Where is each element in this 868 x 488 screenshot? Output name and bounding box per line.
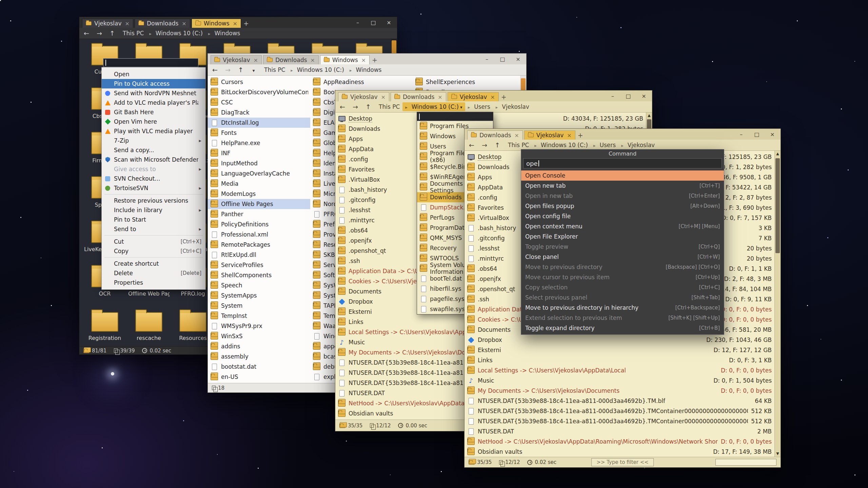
breadcrumb-segment[interactable]: This PC — [261, 65, 288, 74]
breadcrumb-segment[interactable]: Windows — [347, 65, 384, 74]
tab-close-icon[interactable] — [490, 94, 495, 100]
minimize-button[interactable] — [484, 56, 490, 62]
new-tab-button[interactable] — [241, 19, 251, 28]
history-dropdown-icon[interactable] — [250, 66, 257, 74]
titlebar[interactable]: Vjekoslav Downloads Windows — [79, 17, 397, 28]
command-item[interactable]: Open context menu [Ctrl+M] [Menu] — [521, 221, 724, 231]
context-menu-item[interactable]: Pin to Start — [102, 215, 205, 224]
tab[interactable]: Downloads — [135, 19, 190, 28]
file-row[interactable]: NTUSER.DAT{53b39e88-18c4-11ea-a811-000d3… — [465, 396, 781, 406]
filter-input-box[interactable] — [715, 459, 776, 466]
context-menu-item[interactable]: Send to ▸ — [102, 224, 205, 234]
file-row[interactable]: My Documents -> C:\Users\Vjekoslav\Docum… — [465, 386, 781, 396]
close-button[interactable] — [515, 56, 521, 62]
context-menu-item[interactable]: Send a copy... — [102, 145, 205, 155]
grid-item[interactable]: rescache — [127, 308, 171, 346]
file-row[interactable]: Fonts — [208, 128, 310, 138]
context-menu-item[interactable]: Copy [Ctrl+C] — [102, 246, 205, 256]
breadcrumb-segment[interactable]: Users — [465, 102, 493, 111]
file-row[interactable]: Panther — [208, 209, 310, 219]
context-menu-item[interactable] — [102, 193, 205, 196]
forward-button[interactable] — [224, 66, 232, 74]
file-row[interactable]: LanguageOverlayCache — [208, 168, 310, 179]
new-tab-button[interactable] — [499, 92, 509, 101]
breadcrumb-segment[interactable]: This PC — [376, 102, 402, 111]
command-item[interactable]: Move to previous directory [Backspace] [… — [521, 262, 724, 272]
maximize-button[interactable] — [500, 56, 505, 62]
file-row[interactable]: BitLockerDiscoveryVolumeContents — [208, 87, 310, 97]
command-item[interactable]: Toggle preview [Ctrl+Q] — [521, 242, 724, 252]
tab[interactable]: Downloads — [263, 55, 319, 64]
file-row[interactable]: TempInst — [208, 311, 310, 321]
tab[interactable]: Downloads — [467, 130, 523, 140]
breadcrumb-segment[interactable]: This PC — [120, 29, 146, 38]
close-button[interactable] — [386, 19, 392, 26]
tab[interactable]: Vjekoslav — [338, 92, 389, 101]
file-row[interactable]: INF — [208, 148, 310, 158]
command-item[interactable]: Select previous panel [Shift+Tab] — [521, 292, 724, 303]
command-item[interactable]: Open in new tab [Ctrl+Enter] — [521, 191, 724, 201]
file-row[interactable]: PolicyDefinitions — [208, 219, 310, 229]
context-menu-item[interactable]: Cut [Ctrl+X] — [102, 237, 205, 246]
close-button[interactable] — [641, 93, 647, 99]
file-row[interactable]: addins — [208, 341, 310, 351]
breadcrumb-segment[interactable]: Windows 10 (C:) — [288, 65, 347, 74]
minimize-button[interactable] — [738, 131, 744, 138]
forward-button[interactable] — [352, 103, 359, 110]
forward-button[interactable] — [481, 141, 488, 149]
tab-close-icon[interactable] — [567, 132, 571, 139]
command-item[interactable]: Open Console — [521, 170, 724, 181]
command-item[interactable]: Open File Explorer — [521, 231, 724, 242]
tab-close-icon[interactable] — [514, 132, 519, 139]
tab-close-icon[interactable] — [361, 57, 366, 63]
tab[interactable]: Windows — [192, 19, 241, 28]
command-item[interactable]: Toggle expand directory [Ctrl+B] — [521, 323, 724, 333]
tab[interactable]: Vjekoslav — [448, 92, 499, 101]
back-button[interactable] — [211, 66, 219, 74]
maximize-button[interactable] — [754, 131, 760, 138]
file-row[interactable]: Media — [208, 179, 310, 189]
minimize-button[interactable] — [355, 19, 360, 26]
tab-close-icon[interactable] — [233, 20, 237, 27]
context-menu-item[interactable]: SVN Checkout... — [102, 174, 205, 183]
context-menu-item[interactable]: Play with VLC media player — [102, 126, 205, 136]
file-row[interactable]: Speech — [208, 280, 310, 290]
new-tab-button[interactable] — [370, 55, 380, 64]
file-row[interactable]: AppReadiness — [310, 77, 413, 87]
breadcrumb-segment[interactable]: This PC — [505, 141, 532, 149]
context-menu-item[interactable]: Git Bash Here — [102, 107, 205, 117]
tab-close-icon[interactable] — [310, 57, 315, 63]
breadcrumb-segment[interactable]: Users — [591, 141, 618, 149]
context-menu-item[interactable]: Properties — [102, 278, 205, 287]
context-menu-item[interactable]: Open Vim here — [102, 117, 205, 126]
file-row[interactable]: Offline Web Pages — [208, 199, 310, 209]
context-menu-item[interactable]: Give access to ▸ — [102, 164, 205, 174]
file-row[interactable]: RemotePackages — [208, 240, 310, 250]
context-menu-item[interactable]: Delete [Delete] — [102, 268, 205, 278]
scroll-up-icon[interactable]: ▲ — [646, 113, 652, 119]
context-menu-item[interactable]: Send with NordVPN Meshnet — [102, 88, 205, 98]
back-button[interactable] — [339, 103, 346, 110]
file-row[interactable]: NTUSER.DAT{53b39e88-18c4-11ea-a811-000d3… — [465, 416, 781, 426]
grid-item[interactable]: Registration — [83, 308, 127, 346]
file-row[interactable]: NetHood -> C:\Users\Vjekoslav\AppData\Ro… — [465, 436, 781, 447]
scrollbar[interactable]: ▲ ▼ — [774, 151, 781, 457]
breadcrumb-segment[interactable]: Windows — [205, 29, 243, 38]
command-item[interactable]: Close panel [Ctrl+W] — [521, 252, 724, 262]
tab-close-icon[interactable] — [438, 94, 442, 100]
up-button[interactable] — [108, 29, 116, 37]
context-menu-item[interactable]: Create shortcut — [102, 259, 205, 268]
file-row[interactable]: Music D: 0, F: 1, 504 bytes — [465, 375, 781, 386]
tab-close-icon[interactable] — [254, 57, 258, 63]
file-row[interactable]: System — [208, 301, 310, 311]
up-button[interactable] — [237, 66, 244, 74]
command-item[interactable]: Open new tab [Ctrl+T] — [521, 181, 724, 191]
titlebar[interactable]: Vjekoslav Downloads Windows — [208, 54, 526, 64]
file-row[interactable]: InputMethod — [208, 158, 310, 168]
scroll-down-icon[interactable]: ▼ — [775, 451, 781, 457]
file-row[interactable]: Links D: 0, F: 3, 1 KB — [465, 355, 781, 365]
titlebar[interactable]: Vjekoslav Downloads Vjekoslav — [335, 90, 652, 101]
context-menu-item[interactable]: 7-Zip ▸ — [102, 136, 205, 145]
up-button[interactable] — [494, 141, 501, 149]
file-row[interactable]: ShellComponents — [208, 270, 310, 280]
